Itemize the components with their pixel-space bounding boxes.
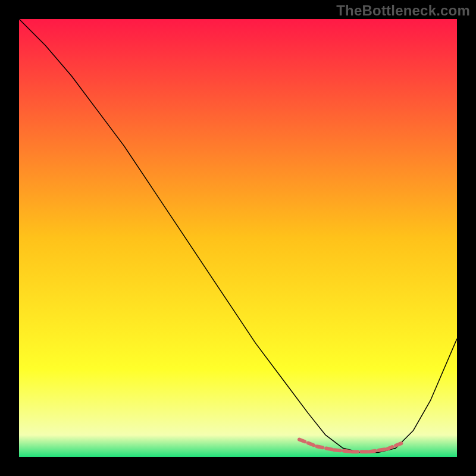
series-bottom-highlight-dash [344, 451, 350, 452]
series-bottom-highlight-dash [299, 440, 305, 442]
series-bottom-highlight-dash [387, 447, 392, 449]
series-bottom-highlight-dash [308, 443, 314, 446]
chart-svg [19, 19, 457, 457]
watermark-label: TheBottleneck.com [336, 2, 470, 19]
series-bottom-highlight-dash [317, 446, 323, 447]
series-bottom-highlight-dash [334, 450, 340, 450]
gradient-background [19, 19, 457, 457]
series-bottom-highlight-dash [369, 451, 375, 452]
plot-area [19, 19, 457, 457]
series-bottom-highlight-dash [326, 449, 332, 450]
chart-frame: TheBottleneck.com [0, 0, 476, 476]
series-bottom-highlight-dash [396, 443, 401, 446]
series-bottom-highlight-dash [379, 449, 385, 450]
